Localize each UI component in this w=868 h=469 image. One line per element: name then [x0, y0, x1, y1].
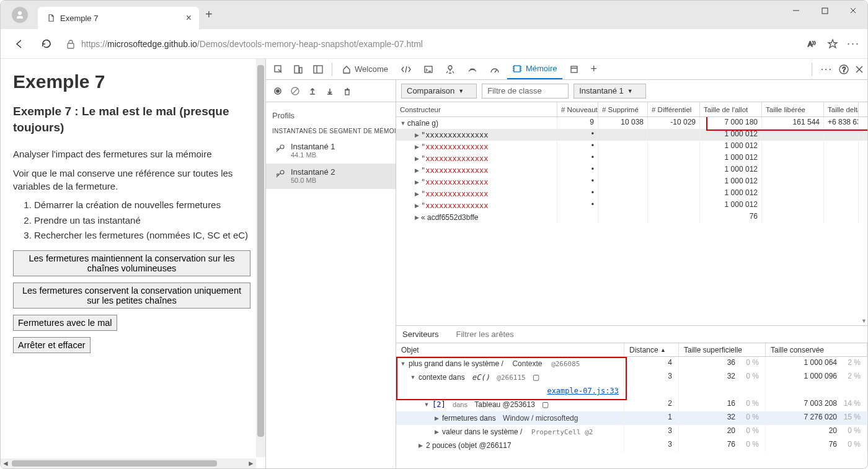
close-button[interactable] [839, 1, 867, 20]
svg-text:?: ? [843, 66, 846, 73]
device-icon[interactable] [290, 61, 307, 78]
step-item: Démarrer la création de nouvelles fermet… [34, 199, 250, 211]
grid-scrollbar[interactable]: ▼ [860, 117, 867, 325]
panel-icon[interactable] [309, 61, 327, 78]
svg-text:A⁾⁾: A⁾⁾ [808, 40, 816, 48]
col-alloc[interactable]: Taille de l'allot [700, 102, 762, 116]
profile-avatar[interactable] [12, 7, 28, 23]
svg-point-27 [276, 89, 280, 93]
retainers-body[interactable]: plus grand dans le système / Contexte @2… [396, 357, 867, 468]
retainer-row[interactable]: valeur dans le système / PropertyCell @2… [396, 425, 867, 439]
svg-point-12 [448, 66, 452, 69]
svg-point-32 [277, 149, 279, 151]
clear-icon[interactable] [290, 87, 301, 95]
page-vertical-scrollbar[interactable] [256, 59, 265, 457]
retainer-row-link[interactable]: example-07.js:33 [396, 384, 867, 398]
retainers-title: Serviteurs [402, 330, 439, 339]
snapshot-name: Instantané 2 [291, 167, 335, 177]
col-distance[interactable]: Distance ▲ [624, 343, 679, 356]
grid-row[interactable]: "xxxxxxxxxxxxxx•1 000 012 [396, 188, 867, 199]
retainers-filter-label[interactable]: Filtrer les arêtes [456, 330, 514, 339]
upload-icon[interactable] [307, 87, 318, 95]
retainer-row[interactable]: [2] dans Tableau @253613 ▢ 2 160 % 7 003… [396, 398, 867, 411]
grid-row[interactable]: "xxxxxxxxxxxxxx•1 000 012 [396, 129, 867, 141]
page-intro-1: Analyser l'impact des fermetures sur la … [13, 147, 250, 160]
browser-tab[interactable]: Exemple 7 × [38, 7, 199, 29]
col-delta[interactable]: # Différentiel [648, 102, 700, 116]
col-deleted[interactable]: # Supprimé [598, 102, 648, 116]
snapshot-icon [275, 169, 286, 180]
inspect-icon[interactable] [270, 61, 287, 78]
col-constructor[interactable]: Constructeur [396, 102, 557, 116]
page-icon [46, 14, 55, 23]
action-button-3[interactable]: Fermetures avec le mal [13, 315, 117, 331]
action-button-1[interactable]: Les fermetures maintiennent la conservat… [13, 250, 250, 276]
tab-add[interactable]: + [586, 59, 603, 79]
read-aloud-icon[interactable]: A⁾⁾ [807, 38, 818, 50]
grid-row[interactable]: "xxxxxxxxxxxxxx•1 000 012 [396, 141, 867, 152]
col-freed[interactable]: Taille libérée [762, 102, 824, 116]
record-icon[interactable] [272, 87, 283, 95]
tab-network[interactable] [463, 59, 482, 79]
back-button[interactable] [8, 33, 30, 55]
grid-body[interactable]: chaîne g) 9 10 038 -10 029 7 000 180 161… [396, 117, 867, 326]
profiles-label: Profils [266, 102, 396, 125]
col-object[interactable]: Objet [396, 343, 624, 356]
devtools-help-icon[interactable]: ? [839, 64, 849, 74]
page-intro-2: Voir que le mal conserve une référence s… [13, 167, 250, 193]
tab-close-icon[interactable]: × [186, 12, 192, 24]
step-item: Prendre un tas instantané [34, 214, 250, 227]
tab-application[interactable] [565, 59, 583, 79]
svg-rect-9 [314, 66, 322, 73]
retainer-row[interactable]: plus grand dans le système / Contexte @2… [396, 357, 867, 370]
base-snapshot-select[interactable]: Instantané 1▼ [574, 84, 645, 99]
gc-icon[interactable] [342, 87, 353, 95]
snapshot-name: Instantané 1 [291, 142, 335, 151]
grid-row[interactable]: "xxxxxxxxxxxxxx•1 000 012 [396, 199, 867, 211]
svg-rect-30 [345, 90, 349, 95]
retainer-row[interactable]: fermetures dans Window / microsoftedg 1 … [396, 411, 867, 425]
url-field[interactable]: https://microsoftedge.github.io/Demos/de… [63, 39, 802, 49]
tab-performance[interactable] [485, 59, 505, 79]
svg-rect-8 [299, 68, 302, 73]
tab-memory[interactable]: Mémoire [507, 59, 562, 79]
download-icon[interactable] [324, 87, 335, 95]
tab-console[interactable] [419, 59, 438, 79]
refresh-button[interactable] [35, 33, 58, 55]
source-link[interactable]: example-07.js:33 [547, 387, 619, 395]
tab-sources[interactable] [440, 59, 460, 79]
tab-welcome[interactable]: Welcome [337, 59, 393, 79]
grid-row[interactable]: « acdf6552d3bffe76 [396, 211, 867, 223]
class-filter-input[interactable]: Filtre de classe [482, 84, 569, 99]
retainer-row[interactable]: 2 pouces (objet @266117 3 760 % 760 % [396, 439, 867, 452]
retainer-row[interactable]: contexte dans eC() @266115 ▢ 3 320 % 1 0… [396, 370, 867, 384]
action-button-4[interactable]: Arrêter et effacer [13, 337, 91, 353]
col-retained[interactable]: Taille conservée [766, 343, 867, 356]
minimize-button[interactable] [782, 1, 810, 20]
action-button-2[interactable]: Les fermetures conservent la conservatio… [13, 283, 250, 309]
devtools-panel: Welcome Mémoire + ··· ? [266, 59, 867, 468]
svg-line-29 [293, 89, 298, 94]
svg-rect-4 [68, 43, 74, 48]
page-horizontal-scrollbar[interactable]: ◄► [1, 458, 256, 468]
grid-row[interactable]: chaîne g) 9 10 038 -10 029 7 000 180 161… [396, 117, 867, 129]
snapshot-item[interactable]: Instantané 1 44.1 MB [266, 138, 396, 164]
col-new[interactable]: # Nouveauté [557, 102, 598, 116]
tab-elements[interactable] [396, 59, 417, 79]
maximize-button[interactable] [810, 1, 839, 20]
svg-rect-20 [571, 66, 577, 72]
devtools-close-icon[interactable] [855, 64, 864, 74]
snapshot-item[interactable]: Instantané 2 50.0 MB [266, 164, 396, 189]
favorite-icon[interactable] [827, 38, 838, 50]
grid-row[interactable]: "xxxxxxxxxxxxxx•1 000 012 [396, 176, 867, 188]
grid-row[interactable]: "xxxxxxxxxxxxxx•1 000 012 [396, 152, 867, 164]
view-mode-select[interactable]: Comparaison▼ [401, 84, 477, 99]
grid-row[interactable]: "xxxxxxxxxxxxxx•1 000 012 [396, 164, 867, 176]
new-tab-button[interactable]: + [205, 7, 213, 23]
col-shallow[interactable]: Taille superficielle [679, 343, 766, 356]
col-size-delta[interactable]: Taille delta [824, 102, 859, 116]
devtools-more-icon[interactable]: ··· [821, 64, 833, 75]
address-bar: https://microsoftedge.github.io/Demos/de… [1, 29, 867, 59]
retainers-columns: Objet Distance ▲ Taille superficielle Ta… [396, 343, 867, 357]
more-icon[interactable]: ··· [847, 37, 860, 50]
